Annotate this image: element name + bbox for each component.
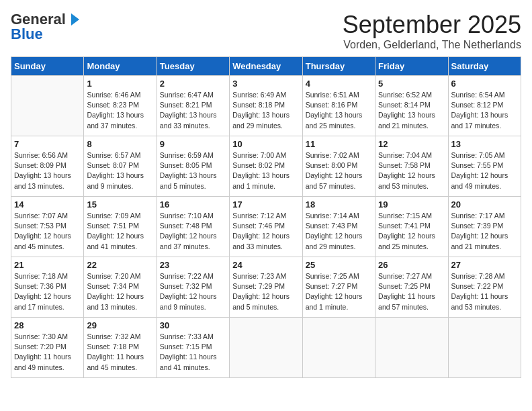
calendar-cell: 22Sunrise: 7:20 AM Sunset: 7:34 PM Dayli… xyxy=(84,257,157,318)
day-info: Sunrise: 6:54 AM Sunset: 8:12 PM Dayligh… xyxy=(451,90,518,131)
day-number: 22 xyxy=(87,260,153,270)
day-info: Sunrise: 6:56 AM Sunset: 8:09 PM Dayligh… xyxy=(14,150,81,191)
calendar-cell xyxy=(11,76,84,136)
weekday-header-friday: Friday xyxy=(375,57,448,76)
day-number: 16 xyxy=(160,199,226,210)
day-number: 26 xyxy=(378,260,445,270)
weekday-header-monday: Monday xyxy=(84,57,157,76)
calendar-cell: 1Sunrise: 6:46 AM Sunset: 8:23 PM Daylig… xyxy=(84,76,157,136)
day-number: 5 xyxy=(378,79,445,89)
day-info: Sunrise: 6:57 AM Sunset: 8:07 PM Dayligh… xyxy=(87,150,153,191)
logo-blue: Blue xyxy=(11,26,43,43)
title-block: September 2025 Vorden, Gelderland, The N… xyxy=(343,11,521,51)
day-number: 15 xyxy=(87,199,153,210)
day-number: 6 xyxy=(451,79,518,89)
calendar-cell xyxy=(230,318,302,378)
calendar-cell: 12Sunrise: 7:04 AM Sunset: 7:58 PM Dayli… xyxy=(375,136,448,197)
page-header: General Blue September 2025 Vorden, Geld… xyxy=(11,11,521,51)
day-number: 8 xyxy=(87,139,153,149)
day-info: Sunrise: 7:09 AM Sunset: 7:51 PM Dayligh… xyxy=(87,211,153,252)
day-number: 7 xyxy=(14,139,81,149)
day-number: 10 xyxy=(232,139,299,149)
day-info: Sunrise: 7:10 AM Sunset: 7:48 PM Dayligh… xyxy=(160,211,226,252)
calendar-cell: 6Sunrise: 6:54 AM Sunset: 8:12 PM Daylig… xyxy=(448,76,521,136)
calendar-cell: 17Sunrise: 7:12 AM Sunset: 7:46 PM Dayli… xyxy=(230,197,302,257)
calendar-cell: 24Sunrise: 7:23 AM Sunset: 7:29 PM Dayli… xyxy=(230,257,302,318)
day-number: 3 xyxy=(232,79,299,89)
day-number: 24 xyxy=(232,260,299,270)
weekday-header-saturday: Saturday xyxy=(448,57,521,76)
day-info: Sunrise: 6:59 AM Sunset: 8:05 PM Dayligh… xyxy=(160,150,226,191)
calendar-cell: 27Sunrise: 7:28 AM Sunset: 7:22 PM Dayli… xyxy=(448,257,521,318)
day-number: 28 xyxy=(14,320,81,330)
day-number: 30 xyxy=(160,320,226,330)
day-number: 4 xyxy=(306,79,372,89)
day-info: Sunrise: 7:17 AM Sunset: 7:39 PM Dayligh… xyxy=(451,211,518,252)
week-row-1: 1Sunrise: 6:46 AM Sunset: 8:23 PM Daylig… xyxy=(11,76,521,136)
calendar-cell: 30Sunrise: 7:33 AM Sunset: 7:15 PM Dayli… xyxy=(157,318,229,378)
weekday-header-thursday: Thursday xyxy=(302,57,375,76)
day-info: Sunrise: 7:32 AM Sunset: 7:18 PM Dayligh… xyxy=(87,332,153,373)
day-info: Sunrise: 6:49 AM Sunset: 8:18 PM Dayligh… xyxy=(232,90,299,131)
day-info: Sunrise: 7:12 AM Sunset: 7:46 PM Dayligh… xyxy=(232,211,299,252)
calendar-cell: 2Sunrise: 6:47 AM Sunset: 8:21 PM Daylig… xyxy=(157,76,229,136)
day-number: 29 xyxy=(87,320,153,330)
logo-arrow-icon xyxy=(66,12,81,27)
day-number: 2 xyxy=(160,79,226,89)
day-info: Sunrise: 6:51 AM Sunset: 8:16 PM Dayligh… xyxy=(306,90,372,131)
calendar-cell: 16Sunrise: 7:10 AM Sunset: 7:48 PM Dayli… xyxy=(157,197,229,257)
day-info: Sunrise: 7:18 AM Sunset: 7:36 PM Dayligh… xyxy=(14,271,81,312)
day-info: Sunrise: 6:47 AM Sunset: 8:21 PM Dayligh… xyxy=(160,90,226,131)
day-number: 13 xyxy=(451,139,518,149)
day-number: 21 xyxy=(14,260,81,270)
day-number: 1 xyxy=(87,79,153,89)
day-number: 12 xyxy=(378,139,445,149)
calendar-cell: 18Sunrise: 7:14 AM Sunset: 7:43 PM Dayli… xyxy=(302,197,375,257)
day-number: 9 xyxy=(160,139,226,149)
day-number: 18 xyxy=(306,199,372,210)
calendar-cell: 15Sunrise: 7:09 AM Sunset: 7:51 PM Dayli… xyxy=(84,197,157,257)
calendar-cell: 26Sunrise: 7:27 AM Sunset: 7:25 PM Dayli… xyxy=(375,257,448,318)
calendar-cell xyxy=(448,318,521,378)
calendar-cell: 20Sunrise: 7:17 AM Sunset: 7:39 PM Dayli… xyxy=(448,197,521,257)
day-info: Sunrise: 7:00 AM Sunset: 8:02 PM Dayligh… xyxy=(232,150,299,191)
calendar-cell: 25Sunrise: 7:25 AM Sunset: 7:27 PM Dayli… xyxy=(302,257,375,318)
weekday-header-tuesday: Tuesday xyxy=(157,57,229,76)
calendar-cell: 19Sunrise: 7:15 AM Sunset: 7:41 PM Dayli… xyxy=(375,197,448,257)
calendar-cell: 8Sunrise: 6:57 AM Sunset: 8:07 PM Daylig… xyxy=(84,136,157,197)
weekday-header-sunday: Sunday xyxy=(11,57,84,76)
day-number: 27 xyxy=(451,260,518,270)
calendar-table: SundayMondayTuesdayWednesdayThursdayFrid… xyxy=(11,56,521,378)
day-info: Sunrise: 7:04 AM Sunset: 7:58 PM Dayligh… xyxy=(378,150,445,191)
day-info: Sunrise: 7:23 AM Sunset: 7:29 PM Dayligh… xyxy=(232,271,299,312)
svg-marker-0 xyxy=(71,13,79,26)
calendar-cell: 14Sunrise: 7:07 AM Sunset: 7:53 PM Dayli… xyxy=(11,197,84,257)
calendar-cell: 23Sunrise: 7:22 AM Sunset: 7:32 PM Dayli… xyxy=(157,257,229,318)
day-info: Sunrise: 7:22 AM Sunset: 7:32 PM Dayligh… xyxy=(160,271,226,312)
day-number: 19 xyxy=(378,199,445,210)
day-number: 11 xyxy=(306,139,372,149)
day-info: Sunrise: 7:05 AM Sunset: 7:55 PM Dayligh… xyxy=(451,150,518,191)
day-number: 25 xyxy=(306,260,372,270)
calendar-cell: 3Sunrise: 6:49 AM Sunset: 8:18 PM Daylig… xyxy=(230,76,302,136)
day-info: Sunrise: 7:20 AM Sunset: 7:34 PM Dayligh… xyxy=(87,271,153,312)
month-title: September 2025 xyxy=(343,11,521,39)
logo: General Blue xyxy=(11,11,81,43)
day-info: Sunrise: 7:14 AM Sunset: 7:43 PM Dayligh… xyxy=(306,211,372,252)
calendar-cell: 13Sunrise: 7:05 AM Sunset: 7:55 PM Dayli… xyxy=(448,136,521,197)
day-info: Sunrise: 7:28 AM Sunset: 7:22 PM Dayligh… xyxy=(451,271,518,312)
calendar-cell: 28Sunrise: 7:30 AM Sunset: 7:20 PM Dayli… xyxy=(11,318,84,378)
day-info: Sunrise: 6:46 AM Sunset: 8:23 PM Dayligh… xyxy=(87,90,153,131)
week-row-3: 14Sunrise: 7:07 AM Sunset: 7:53 PM Dayli… xyxy=(11,197,521,257)
calendar-cell: 7Sunrise: 6:56 AM Sunset: 8:09 PM Daylig… xyxy=(11,136,84,197)
weekday-header-row: SundayMondayTuesdayWednesdayThursdayFrid… xyxy=(11,57,521,76)
day-info: Sunrise: 6:52 AM Sunset: 8:14 PM Dayligh… xyxy=(378,90,445,131)
calendar-cell xyxy=(375,318,448,378)
calendar-cell: 21Sunrise: 7:18 AM Sunset: 7:36 PM Dayli… xyxy=(11,257,84,318)
day-info: Sunrise: 7:15 AM Sunset: 7:41 PM Dayligh… xyxy=(378,211,445,252)
location: Vorden, Gelderland, The Netherlands xyxy=(343,39,521,51)
weekday-header-wednesday: Wednesday xyxy=(230,57,302,76)
calendar-cell: 29Sunrise: 7:32 AM Sunset: 7:18 PM Dayli… xyxy=(84,318,157,378)
day-info: Sunrise: 7:02 AM Sunset: 8:00 PM Dayligh… xyxy=(306,150,372,191)
day-number: 14 xyxy=(14,199,81,210)
